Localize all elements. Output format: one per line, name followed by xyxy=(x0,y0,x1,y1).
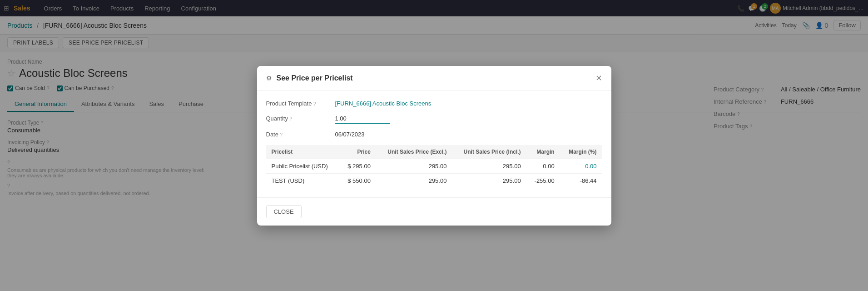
modal-footer: CLOSE xyxy=(257,197,611,226)
modal-body: Product Template ? [FURN_6666] Acoustic … xyxy=(257,91,611,197)
modal-quantity-help: ? xyxy=(290,116,293,121)
modal-product-template-row: Product Template ? [FURN_6666] Acoustic … xyxy=(266,100,602,107)
modal-close-button[interactable]: ✕ xyxy=(595,73,602,83)
modal-date-value: 06/07/2023 xyxy=(335,131,365,138)
modal-quantity-input[interactable] xyxy=(335,114,390,124)
col-margin: Margin xyxy=(526,145,560,159)
modal-gear-icon: ⚙ xyxy=(266,75,272,82)
col-pricelist: Pricelist xyxy=(266,145,339,159)
col-margin-pct: Margin (%) xyxy=(560,145,602,159)
pricelist-table: Pricelist Price Unit Sales Price (Excl.)… xyxy=(266,145,602,188)
modal-title: See Price per Pricelist xyxy=(277,74,591,82)
modal-quantity-label: Quantity ? xyxy=(266,115,330,122)
cell-unit-incl: 295.00 xyxy=(452,173,526,188)
modal-close-btn[interactable]: CLOSE xyxy=(266,205,302,218)
modal-date-row: Date ? 06/07/2023 xyxy=(266,131,602,138)
modal-product-help: ? xyxy=(313,101,316,106)
table-row: Public Pricelist (USD) $ 295.00 295.00 2… xyxy=(266,159,602,173)
modal-date-help: ? xyxy=(280,132,283,137)
cell-margin: 0.00 xyxy=(526,159,560,173)
table-row: TEST (USD) $ 550.00 295.00 295.00 -255.0… xyxy=(266,173,602,188)
cell-margin-pct: 0.00 xyxy=(560,159,602,173)
col-unit-excl: Unit Sales Price (Excl.) xyxy=(376,145,452,159)
modal-product-template-label: Product Template ? xyxy=(266,100,330,107)
cell-unit-excl: 295.00 xyxy=(376,173,452,188)
modal-date-label: Date ? xyxy=(266,131,330,138)
modal-header: ⚙ See Price per Pricelist ✕ xyxy=(257,66,611,91)
modal-product-template-value: [FURN_6666] Acoustic Bloc Screens xyxy=(335,100,432,107)
cell-pricelist: Public Pricelist (USD) xyxy=(266,159,339,173)
modal-quantity-row: Quantity ? xyxy=(266,114,602,124)
pricelist-modal: ⚙ See Price per Pricelist ✕ Product Temp… xyxy=(257,66,611,226)
cell-margin-pct: -86.44 xyxy=(560,173,602,188)
col-price: Price xyxy=(339,145,376,159)
cell-pricelist: TEST (USD) xyxy=(266,173,339,188)
cell-price: $ 295.00 xyxy=(339,159,376,173)
cell-price: $ 550.00 xyxy=(339,173,376,188)
cell-unit-incl: 295.00 xyxy=(452,159,526,173)
col-unit-incl: Unit Sales Price (Incl.) xyxy=(452,145,526,159)
modal-overlay[interactable]: ⚙ See Price per Pricelist ✕ Product Temp… xyxy=(0,0,868,291)
cell-margin: -255.00 xyxy=(526,173,560,188)
cell-unit-excl: 295.00 xyxy=(376,159,452,173)
